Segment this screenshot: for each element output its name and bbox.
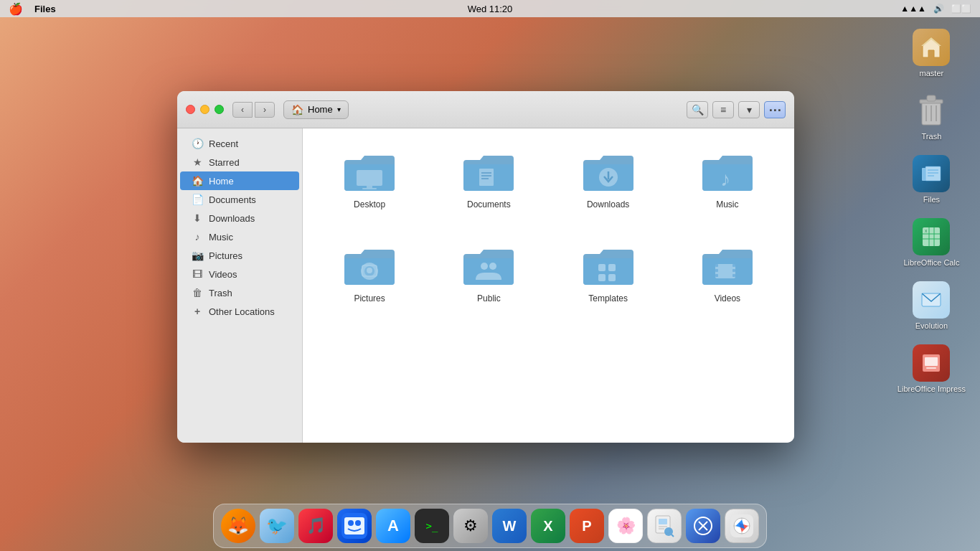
title-bar: ‹ › 🏠 Home ▾ 🔍 ≡ ▾ ⋯ <box>177 91 794 128</box>
recent-icon: 🕐 <box>192 138 203 149</box>
home-icon: 🏠 <box>291 104 303 116</box>
dock-item-word[interactable]: W <box>492 509 527 543</box>
sidebar-item-videos-label: Videos <box>209 269 237 280</box>
folder-documents[interactable]: Documents <box>436 143 541 215</box>
location-bar[interactable]: 🏠 Home ▾ <box>283 100 349 119</box>
folder-templates[interactable]: Templates <box>556 237 661 309</box>
folder-videos-icon <box>699 242 756 289</box>
folder-pictures-label: Pictures <box>354 293 385 303</box>
forward-button[interactable]: › <box>255 102 275 118</box>
sidebar-item-starred[interactable]: ★ Starred <box>180 153 299 171</box>
folder-music[interactable]: ♪ Music <box>675 143 780 215</box>
svg-marker-0 <box>923 37 940 57</box>
folder-pictures-icon <box>341 242 398 289</box>
menubar-left: 🍎 Files <box>9 2 56 16</box>
dock-item-firefox[interactable]: 🦊 <box>221 509 255 543</box>
dock-item-music[interactable]: 🎵 <box>298 509 333 543</box>
battery-icon: ⬜⬜ <box>951 4 971 14</box>
svg-rect-9 <box>925 166 941 181</box>
sidebar-item-home[interactable]: 🏠 Home <box>180 171 299 190</box>
sidebar-item-pictures[interactable]: 📷 Pictures <box>180 246 299 265</box>
folder-desktop-icon <box>341 149 398 195</box>
sidebar-item-downloads-label: Downloads <box>209 213 255 224</box>
music-icon: ♪ <box>192 231 203 242</box>
folder-public-label: Public <box>477 293 501 303</box>
sidebar-item-recent[interactable]: 🕐 Recent <box>180 134 299 153</box>
folder-videos[interactable]: Videos <box>675 237 780 309</box>
menubar-clock: Wed 11:20 <box>468 4 513 14</box>
more-options-button[interactable]: ⋯ <box>764 101 786 118</box>
sidebar-item-music[interactable]: ♪ Music <box>180 227 299 246</box>
svg-text:♪: ♪ <box>720 168 730 190</box>
dock-item-preview[interactable] <box>647 509 682 543</box>
desktop-icon-calc-label: LibreOffice Calc <box>903 258 959 267</box>
svg-rect-43 <box>715 264 735 278</box>
search-button[interactable]: 🔍 <box>687 101 708 118</box>
folder-videos-label: Videos <box>715 293 740 303</box>
folder-downloads-icon <box>580 149 637 195</box>
close-button[interactable] <box>186 105 195 114</box>
dock: 🦊 🐦 🎵 A >_ <box>213 504 767 548</box>
dock-item-impress-dock[interactable]: P <box>570 509 604 543</box>
view-options-button[interactable]: ▾ <box>738 101 760 118</box>
dock-item-terminal[interactable]: >_ <box>415 509 449 543</box>
svg-rect-51 <box>344 517 364 534</box>
other-locations-icon: + <box>192 306 203 317</box>
back-button[interactable]: ‹ <box>232 102 253 118</box>
sidebar-item-home-label: Home <box>209 176 234 187</box>
sidebar-item-downloads[interactable]: ⬇ Downloads <box>180 209 299 227</box>
desktop-icon-libreoffice-calc[interactable]: X LibreOffice Calc <box>903 218 959 267</box>
desktop-icon-libreoffice-impress[interactable]: LibreOffice Impress <box>897 344 966 393</box>
maximize-button[interactable] <box>215 105 224 114</box>
sidebar-item-music-label: Music <box>209 232 233 242</box>
dock-item-appstore[interactable]: A <box>376 509 410 543</box>
desktop-icons: master Trash Files <box>897 29 966 393</box>
desktop-icon-master-label: master <box>920 69 944 77</box>
wifi-icon: ▲▲▲ <box>900 4 926 14</box>
apple-menu[interactable]: 🍎 <box>9 2 23 16</box>
svg-point-37 <box>481 263 488 270</box>
dock-item-safari[interactable] <box>725 509 759 543</box>
folder-templates-label: Templates <box>588 293 628 303</box>
dock-item-thunderbird[interactable]: 🐦 <box>260 509 294 543</box>
folder-downloads[interactable]: Downloads <box>556 143 661 215</box>
svg-rect-45 <box>715 269 718 272</box>
dock-item-settings[interactable]: ⚙ <box>453 509 488 543</box>
dock-item-photos[interactable]: 🌸 <box>608 509 643 543</box>
svg-rect-49 <box>732 274 735 277</box>
svg-rect-46 <box>715 274 718 277</box>
desktop-icon-master[interactable]: master <box>913 29 950 77</box>
svg-rect-44 <box>715 264 718 267</box>
downloads-icon: ⬇ <box>192 212 203 224</box>
desktop-icon-trash-label: Trash <box>922 132 942 141</box>
dock-item-finder[interactable] <box>337 509 372 543</box>
sidebar-item-videos[interactable]: 🎞 Videos <box>180 265 299 283</box>
list-view-button[interactable]: ≡ <box>712 101 734 118</box>
sidebar-item-documents[interactable]: 📄 Documents <box>180 190 299 209</box>
folder-desktop[interactable]: Desktop <box>317 143 422 215</box>
svg-rect-40 <box>608 264 616 271</box>
sidebar-item-other-locations[interactable]: + Other Locations <box>180 302 299 321</box>
sidebar-item-documents-label: Documents <box>209 194 256 205</box>
location-label: Home <box>308 104 333 115</box>
dock-item-excel[interactable]: X <box>531 509 565 543</box>
desktop-icon-evolution[interactable]: Evolution <box>913 281 950 330</box>
folder-music-label: Music <box>716 199 738 209</box>
svg-line-59 <box>672 534 674 537</box>
sidebar-item-pictures-label: Pictures <box>209 250 242 261</box>
desktop-icon-evolution-label: Evolution <box>915 321 948 330</box>
documents-icon: 📄 <box>192 194 203 205</box>
app-menu-files[interactable]: Files <box>34 4 56 14</box>
toolbar-right: 🔍 ≡ ▾ ⋯ <box>687 101 786 118</box>
svg-rect-23 <box>357 170 382 186</box>
desktop-icon-trash[interactable]: Trash <box>913 92 950 141</box>
minimize-button[interactable] <box>200 105 209 114</box>
dock-item-xapp[interactable] <box>686 509 720 543</box>
svg-rect-47 <box>732 264 735 267</box>
trash-sidebar-icon: 🗑 <box>192 287 203 298</box>
folder-public[interactable]: Public <box>436 237 541 309</box>
folder-pictures[interactable]: Pictures <box>317 237 422 309</box>
desktop-icon-files[interactable]: Files <box>913 155 950 204</box>
sidebar-item-trash[interactable]: 🗑 Trash <box>180 283 299 302</box>
sidebar-item-starred-label: Starred <box>209 157 240 168</box>
